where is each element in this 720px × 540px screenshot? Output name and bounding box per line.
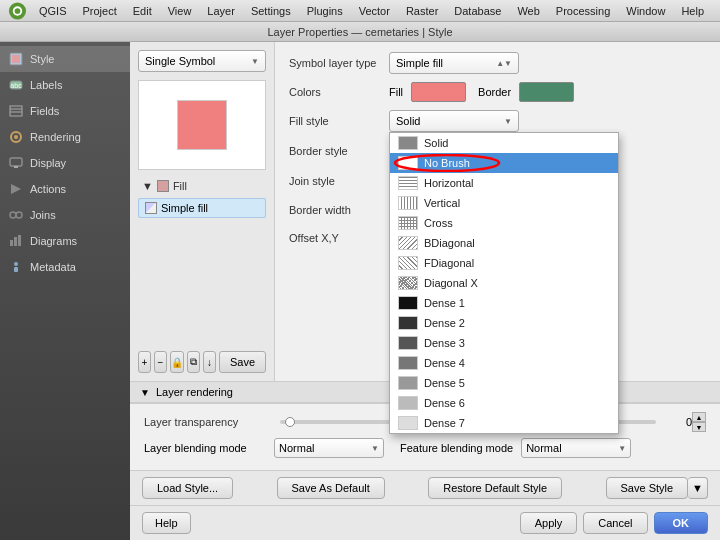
blending-row: Layer blending mode Normal ▼ Feature ble… (144, 438, 706, 458)
help-button[interactable]: Help (142, 512, 191, 534)
menu-plugins[interactable]: Plugins (299, 3, 351, 19)
dropdown-item-solid[interactable]: Solid (390, 133, 618, 153)
transparency-decrement[interactable]: ▼ (692, 422, 706, 432)
sidebar-labels-label: Labels (30, 79, 62, 91)
remove-layer-button[interactable]: − (154, 351, 167, 373)
border-color-swatch[interactable] (519, 82, 574, 102)
blending-value: Normal (279, 442, 314, 454)
dense5-label: Dense 5 (424, 377, 465, 389)
symbol-preview-rect (177, 100, 227, 150)
layer-tree-header: ▼ Fill (138, 178, 266, 194)
dropdown-item-horizontal[interactable]: Horizontal (390, 173, 618, 193)
add-layer-button[interactable]: + (138, 351, 151, 373)
menu-database[interactable]: Database (446, 3, 509, 19)
style-buttons-row: Load Style... Save As Default Restore De… (130, 470, 720, 505)
sidebar-item-diagrams[interactable]: Diagrams (0, 228, 130, 254)
menu-raster[interactable]: Raster (398, 3, 446, 19)
lock-layer-button[interactable]: 🔒 (170, 351, 184, 373)
sidebar-diagrams-label: Diagrams (30, 235, 77, 247)
dropdown-item-diagonal-x[interactable]: Diagonal X (390, 273, 618, 293)
restore-default-button[interactable]: Restore Default Style (428, 477, 562, 499)
menu-view[interactable]: View (160, 3, 200, 19)
sidebar-item-fields[interactable]: Fields (0, 98, 130, 124)
fill-style-select[interactable]: Solid ▼ (389, 110, 519, 132)
menu-layer[interactable]: Layer (199, 3, 243, 19)
symbol-layer-type-arrow: ▲▼ (496, 59, 512, 68)
symbol-type-value: Single Symbol (145, 55, 215, 67)
dense2-label: Dense 2 (424, 317, 465, 329)
transparency-increment[interactable]: ▲ (692, 412, 706, 422)
sidebar-item-display[interactable]: Display (0, 150, 130, 176)
symbol-type-select[interactable]: Single Symbol ▼ (138, 50, 266, 72)
blending-arrow: ▼ (371, 444, 379, 453)
menubar: QGIS Project Edit View Layer Settings Pl… (0, 0, 720, 22)
menu-help[interactable]: Help (673, 3, 712, 19)
layer-fill-icon (157, 180, 169, 192)
ok-button[interactable]: OK (654, 512, 709, 534)
dropdown-item-dense4[interactable]: Dense 4 (390, 353, 618, 373)
dropdown-item-bdiagonal[interactable]: BDiagonal (390, 233, 618, 253)
sidebar-item-labels[interactable]: abc Labels (0, 72, 130, 98)
menu-vector[interactable]: Vector (351, 3, 398, 19)
dropdown-item-no-brush[interactable]: No Brush (390, 153, 618, 173)
dropdown-item-vertical[interactable]: Vertical (390, 193, 618, 213)
svg-rect-7 (10, 106, 22, 116)
fill-style-dropdown-menu: Solid No Brush (389, 132, 619, 434)
save-as-default-button[interactable]: Save As Default (277, 477, 385, 499)
qgis-logo-icon (8, 1, 27, 21)
feature-blending-select[interactable]: Normal ▼ (521, 438, 631, 458)
dropdown-item-dense5[interactable]: Dense 5 (390, 373, 618, 393)
dropdown-item-dense3[interactable]: Dense 3 (390, 333, 618, 353)
colors-controls: Fill Border (389, 82, 574, 102)
menu-web[interactable]: Web (509, 3, 547, 19)
simple-fill-item[interactable]: Simple fill (138, 198, 266, 218)
cancel-button[interactable]: Cancel (583, 512, 647, 534)
sidebar-item-metadata[interactable]: Metadata (0, 254, 130, 280)
horizontal-pattern-icon (398, 176, 418, 190)
menu-processing[interactable]: Processing (548, 3, 618, 19)
svg-rect-4 (12, 55, 20, 63)
load-style-button[interactable]: Load Style... (142, 477, 233, 499)
sidebar-item-actions[interactable]: Actions (0, 176, 130, 202)
display-icon (8, 155, 24, 171)
horizontal-label: Horizontal (424, 177, 474, 189)
sidebar-item-rendering[interactable]: Rendering (0, 124, 130, 150)
save-button[interactable]: Save (219, 351, 266, 373)
sidebar-item-joins[interactable]: Joins (0, 202, 130, 228)
sidebar-item-style[interactable]: Style (0, 46, 130, 72)
svg-rect-18 (14, 237, 17, 246)
menu-edit[interactable]: Edit (125, 3, 160, 19)
fill-style-value: Solid (396, 115, 420, 127)
colors-label: Colors (289, 86, 389, 98)
svg-rect-17 (10, 240, 13, 246)
border-label: Border (478, 86, 511, 98)
dropdown-item-cross[interactable]: Cross (390, 213, 618, 233)
symbol-layer-type-select[interactable]: Simple fill ▲▼ (389, 52, 519, 74)
dropdown-item-dense6[interactable]: Dense 6 (390, 393, 618, 413)
dropdown-item-dense1[interactable]: Dense 1 (390, 293, 618, 313)
duplicate-layer-button[interactable]: ⧉ (187, 351, 200, 373)
menu-window[interactable]: Window (618, 3, 673, 19)
sidebar-actions-label: Actions (30, 183, 66, 195)
move-down-layer-button[interactable]: ↓ (203, 351, 216, 373)
symbol-layer-type-value: Simple fill (396, 57, 443, 69)
dropdown-item-dense2[interactable]: Dense 2 (390, 313, 618, 333)
feature-blending-value: Normal (526, 442, 561, 454)
dense4-pattern-icon (398, 356, 418, 370)
fill-label: Fill (389, 86, 403, 98)
blending-select[interactable]: Normal ▼ (274, 438, 384, 458)
menu-qgis[interactable]: QGIS (31, 3, 75, 19)
apply-button[interactable]: Apply (520, 512, 578, 534)
diagonal-x-label: Diagonal X (424, 277, 478, 289)
save-style-button[interactable]: Save Style (606, 477, 689, 499)
menu-settings[interactable]: Settings (243, 3, 299, 19)
menu-project[interactable]: Project (74, 3, 124, 19)
save-style-arrow-button[interactable]: ▼ (688, 477, 708, 499)
fill-color-swatch[interactable] (411, 82, 466, 102)
dialog-top: Single Symbol ▼ ▼ Fill (130, 42, 720, 381)
dropdown-item-dense7[interactable]: Dense 7 (390, 413, 618, 433)
blending-label: Layer blending mode (144, 442, 274, 454)
dropdown-item-fdiagonal[interactable]: FDiagonal (390, 253, 618, 273)
svg-rect-19 (18, 235, 21, 246)
vertical-label: Vertical (424, 197, 460, 209)
